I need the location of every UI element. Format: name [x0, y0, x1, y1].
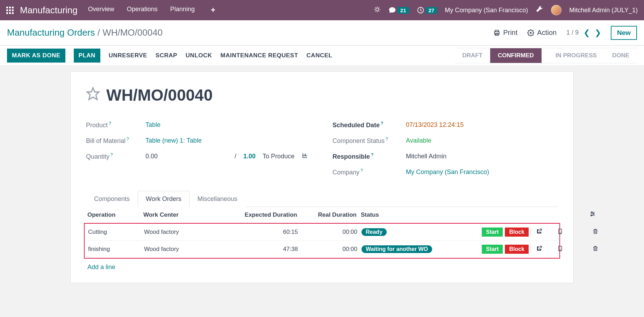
value-responsible[interactable]: Mitchell Admin — [406, 153, 446, 160]
label-component-status: Component Status? — [332, 137, 406, 145]
app-title[interactable]: Manufacturing — [20, 5, 78, 16]
action-dropdown[interactable]: Action — [527, 29, 557, 37]
plan-button[interactable]: PLAN — [74, 49, 100, 63]
messages-badge: 21 — [398, 7, 409, 14]
table-row[interactable]: Cutting Wood factory 60:15 00:00 Ready S… — [87, 224, 557, 241]
block-button[interactable]: Block — [505, 228, 529, 237]
label-product: Product? — [86, 121, 145, 129]
user-name[interactable]: Mitchell Admin (JULY_1) — [569, 7, 638, 14]
main-nav: Overview Operations Planning + — [88, 6, 215, 15]
value-scheduled-date[interactable]: 07/13/2023 12:24:15 — [406, 121, 464, 129]
nav-planning[interactable]: Planning — [170, 6, 195, 15]
label-company: Company? — [332, 168, 406, 176]
open-external-icon[interactable] — [529, 228, 550, 236]
action-bar: MARK AS DONE PLAN UNRESERVE SCRAP UNLOCK… — [0, 45, 644, 65]
svg-point-14 — [560, 232, 560, 233]
tab-bar: Components Work Orders Miscellaneous — [86, 190, 558, 207]
status-badge: Waiting for another WO — [362, 245, 432, 253]
nav-operations[interactable]: Operations — [127, 6, 158, 15]
user-avatar[interactable] — [551, 5, 561, 15]
cell-real: 00:00 — [298, 246, 357, 253]
quantity-target[interactable]: 1.00 — [243, 153, 256, 160]
breadcrumb: Manufacturing Orders / WH/MO/00040 — [7, 27, 163, 38]
new-button[interactable]: New — [611, 26, 637, 40]
start-button[interactable]: Start — [482, 228, 503, 237]
cell-expected: 60:15 — [228, 229, 298, 236]
svg-marker-6 — [87, 88, 99, 99]
add-menu-icon[interactable]: + — [211, 6, 215, 15]
cell-operation: Cutting — [88, 229, 144, 236]
svg-point-0 — [376, 8, 379, 10]
highlighted-rows: Cutting Wood factory 60:15 00:00 Ready S… — [84, 223, 560, 259]
col-real-duration: Real Duration — [297, 211, 357, 218]
label-scheduled-date: Scheduled Date? — [332, 121, 406, 129]
favorite-star-icon[interactable] — [86, 87, 100, 104]
col-work-center: Work Center — [143, 211, 227, 218]
scrap-button[interactable]: SCRAP — [156, 52, 177, 59]
apps-launcher-icon[interactable] — [6, 7, 14, 14]
forecast-chart-icon[interactable] — [301, 152, 308, 160]
delete-row-icon[interactable] — [571, 228, 599, 236]
breadcrumb-bar: Manufacturing Orders / WH/MO/00040 Print… — [0, 20, 644, 45]
optional-columns-icon[interactable] — [570, 211, 598, 219]
open-external-icon[interactable] — [529, 245, 550, 253]
add-a-line[interactable]: Add a line — [86, 259, 558, 276]
value-component-status: Available — [406, 137, 431, 144]
cell-expected: 47:38 — [228, 246, 298, 253]
col-status: Status — [357, 211, 451, 218]
developer-tools-icon[interactable] — [536, 6, 543, 15]
nav-overview[interactable]: Overview — [88, 6, 114, 15]
topbar: Manufacturing Overview Operations Planni… — [0, 0, 644, 20]
svg-point-8 — [591, 212, 592, 213]
cell-operation: finishing — [88, 246, 144, 253]
form-sheet: WH/MO/00040 Product? Table Bill of Mater… — [70, 71, 574, 283]
delete-row-icon[interactable] — [571, 245, 599, 253]
tablet-icon[interactable] — [550, 245, 571, 253]
status-draft[interactable]: DRAFT — [455, 48, 490, 63]
value-company[interactable]: My Company (San Francisco) — [406, 168, 489, 176]
pager-next-icon[interactable]: ❯ — [595, 28, 601, 37]
status-confirmed[interactable]: CONFIRMED — [490, 48, 542, 63]
quantity-value[interactable]: 0.00 — [145, 153, 158, 160]
table-row[interactable]: finishing Wood factory 47:38 00:00 Waiti… — [87, 241, 557, 258]
quantity-unit: To Produce — [263, 153, 294, 160]
status-badge: Ready — [362, 228, 387, 236]
maintenance-request-button[interactable]: MAINTENANCE REQUEST — [221, 52, 298, 59]
breadcrumb-current: WH/MO/00040 — [102, 27, 163, 38]
status-in-progress[interactable]: IN PROGRESS — [542, 48, 604, 63]
unlock-button[interactable]: UNLOCK — [186, 52, 212, 59]
bug-icon[interactable] — [374, 6, 381, 15]
status-done[interactable]: DONE — [604, 48, 637, 63]
cell-work-center: Wood factory — [144, 246, 228, 253]
breadcrumb-root[interactable]: Manufacturing Orders — [7, 27, 95, 38]
block-button[interactable]: Block — [505, 245, 529, 254]
svg-point-16 — [560, 250, 560, 250]
value-product[interactable]: Table — [145, 121, 160, 129]
start-button[interactable]: Start — [482, 245, 503, 254]
tab-miscellaneous[interactable]: Miscellaneous — [189, 191, 245, 207]
pager: 1 / 9 ❮ ❯ — [566, 28, 601, 37]
activities-badge: 27 — [426, 7, 437, 14]
cell-real: 00:00 — [298, 229, 357, 236]
pager-text: 1 / 9 — [566, 29, 579, 36]
svg-point-10 — [593, 214, 594, 215]
order-title: WH/MO/00040 — [106, 86, 213, 105]
tab-components[interactable]: Components — [86, 191, 138, 207]
cancel-button[interactable]: CANCEL — [307, 52, 332, 59]
label-responsible: Responsible? — [332, 152, 406, 160]
status-bar: DRAFT CONFIRMED IN PROGRESS DONE — [455, 48, 637, 63]
svg-point-12 — [591, 215, 592, 216]
tablet-icon[interactable] — [550, 228, 571, 236]
mark-as-done-button[interactable]: MARK AS DONE — [7, 49, 65, 63]
unreserve-button[interactable]: UNRESERVE — [109, 52, 147, 59]
cell-work-center: Wood factory — [144, 229, 228, 236]
value-bom[interactable]: Table (new) 1: Table — [145, 137, 202, 144]
label-bom: Bill of Material? — [86, 137, 145, 145]
messages-button[interactable]: 21 — [388, 6, 409, 14]
label-quantity: Quantity? — [86, 152, 145, 160]
print-button[interactable]: Print — [493, 29, 517, 37]
pager-prev-icon[interactable]: ❮ — [584, 28, 590, 37]
tab-work-orders[interactable]: Work Orders — [138, 191, 189, 207]
company-selector[interactable]: My Company (San Francisco) — [445, 7, 528, 14]
activities-button[interactable]: 27 — [417, 6, 437, 14]
